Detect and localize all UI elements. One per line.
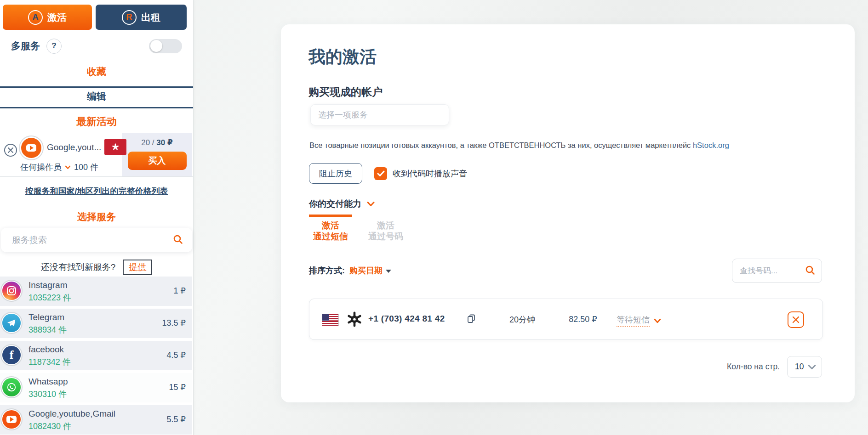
buy-button[interactable]: 买入 [128, 152, 187, 170]
search-icon[interactable] [805, 265, 815, 277]
sort-label: 排序方式: [309, 265, 345, 276]
service-price: 13.5 ₽ [162, 318, 186, 328]
service-name: Instagram [29, 280, 67, 290]
service-name: Google,youtube,Gmail [29, 409, 115, 419]
chevron-down-icon [808, 364, 816, 370]
youtube-icon [2, 410, 21, 429]
block-history-button[interactable]: 阻止历史 [309, 163, 362, 184]
tab-activation-by-number[interactable]: 激活 通过号码 [364, 215, 407, 242]
sort-row: 排序方式: 购买日期 [309, 265, 391, 276]
service-row-instagram[interactable]: Instagram 1035223 件 1 ₽ [0, 277, 192, 306]
activation-type-tabs: 激活 通过短信 激活 通过号码 [309, 215, 407, 242]
not-found-text: 还没有找到新服务? [41, 261, 116, 273]
youtube-icon [21, 138, 41, 158]
favorite-service-name[interactable]: Google,yout... [47, 142, 101, 153]
hong-kong-flag-icon [104, 139, 126, 157]
activation-logo-icon: A [28, 10, 43, 25]
openai-icon [346, 311, 363, 329]
remove-favorite-icon[interactable] [4, 143, 17, 159]
telegram-icon [2, 314, 21, 332]
toggle-knob [150, 40, 162, 52]
service-count: 1035223 件 [29, 292, 71, 303]
chevron-down-icon [65, 165, 71, 169]
search-icon[interactable] [173, 234, 183, 246]
copy-icon[interactable] [467, 314, 476, 326]
service-price: 1 ₽ [174, 286, 186, 296]
favorite-quantity: 100 件 [74, 162, 98, 173]
cancel-activation-button[interactable] [788, 311, 804, 328]
service-row-google[interactable]: Google,youtube,Gmail 1082430 件 5.5 ₽ [0, 405, 192, 435]
per-page-row: Кол-во на стр. 10 [281, 356, 822, 378]
service-row-whatsapp[interactable]: Whatsapp 330310 件 15 ₽ [0, 373, 192, 402]
service-row-telegram[interactable]: Telegram 388934 件 13.5 ₽ [0, 309, 192, 338]
page-title: 我的激活 [308, 45, 377, 68]
buy-accounts-heading: 购买现成的帐户 [308, 85, 383, 99]
delivery-ability-label: 你的交付能力 [309, 198, 361, 210]
phone-number: +1 (703) 424 81 42 [368, 314, 445, 324]
tab-activation-by-sms[interactable]: 激活 通过短信 [309, 215, 352, 242]
operator-dropdown[interactable]: 任何操作员 100 件 [20, 162, 98, 173]
service-count: 388934 件 [29, 324, 67, 335]
instagram-icon [2, 282, 21, 300]
activation-price: 82.50 ₽ [560, 314, 606, 324]
service-row-facebook[interactable]: f facebook 1187342 件 4.5 ₽ [0, 341, 192, 370]
sidebar: A 激活 R 出租 多服务 ? 收藏 编辑 最新活动 20 / 30 ₽ 买入 … [0, 0, 193, 435]
service-search-input[interactable] [1, 235, 173, 245]
facebook-icon: f [2, 346, 21, 364]
per-page-label: Кол-во на стр. [727, 362, 780, 372]
marketplace-note: Все товарные позиции готовых аккаунтов, … [309, 141, 729, 150]
find-number-input[interactable] [732, 266, 805, 276]
service-count: 330310 件 [29, 389, 67, 400]
multiservice-toggle[interactable] [149, 39, 182, 53]
checkbox-checked-icon[interactable] [374, 167, 387, 180]
sound-checkbox-row[interactable]: 收到代码时播放声音 [374, 167, 467, 180]
chevron-down-icon [367, 201, 375, 207]
service-count: 1187342 件 [29, 356, 71, 367]
full-price-list-link[interactable]: 按服务和国家/地区列出的完整价格列表 [0, 186, 193, 197]
sort-dropdown[interactable]: 购买日期 [349, 265, 391, 276]
favorite-price: 20 / 30 ₽ [122, 138, 192, 147]
status-label: 等待短信 [617, 314, 650, 327]
find-number-box [732, 259, 822, 283]
hstock-link[interactable]: hStock.org [693, 141, 729, 149]
service-price: 15 ₽ [169, 382, 186, 392]
rent-tab-label: 出租 [141, 11, 160, 24]
service-select-input[interactable] [310, 104, 449, 125]
help-icon[interactable]: ? [46, 39, 62, 54]
sound-checkbox-label: 收到代码时播放声音 [393, 168, 467, 179]
united-states-flag-icon [322, 314, 338, 326]
delivery-ability-dropdown[interactable]: 你的交付能力 [309, 198, 375, 210]
choose-service-heading: 选择服务 [0, 210, 193, 223]
favorite-service-row: 20 / 30 ₽ 买入 Google,yout... 任何操作员 100 件 [0, 132, 193, 177]
time-remaining: 20分钟 [497, 314, 548, 325]
whatsapp-icon [2, 378, 21, 396]
triangle-down-icon [386, 270, 391, 273]
service-name: facebook [29, 345, 64, 355]
favorite-price-cell: 20 / 30 ₽ 买入 [122, 133, 192, 177]
activation-tab-label: 激活 [47, 11, 67, 24]
service-name: Whatsapp [29, 377, 68, 387]
operator-label: 任何操作员 [20, 162, 62, 173]
my-activations-panel: 我的激活 购买现成的帐户 Все товарные позиции готовы… [281, 24, 855, 402]
status-dropdown[interactable]: 等待短信 [617, 314, 661, 327]
multiservice-row: 多服务 ? [11, 38, 182, 54]
multiservice-label: 多服务 [11, 40, 40, 52]
not-found-row: 还没有找到新服务? 提供 [0, 258, 193, 277]
divider [0, 176, 193, 177]
chevron-down-icon [654, 318, 661, 323]
per-page-select[interactable]: 10 [787, 356, 822, 378]
sidebar-tab-favorites[interactable]: 收藏 [0, 65, 193, 88]
offer-service-link[interactable]: 提供 [123, 260, 152, 275]
rent-tab-button[interactable]: R 出租 [96, 5, 187, 30]
service-price: 4.5 ₽ [167, 350, 186, 360]
service-count: 1082430 件 [29, 421, 71, 432]
rent-logo-icon: R [122, 10, 137, 25]
service-price: 5.5 ₽ [167, 414, 186, 424]
sidebar-tab-edit[interactable]: 编辑 [0, 90, 193, 108]
activation-tab-button[interactable]: A 激活 [3, 5, 92, 30]
service-search-box [1, 228, 192, 252]
activation-row: +1 (703) 424 81 42 20分钟 82.50 ₽ 等待短信 [309, 299, 823, 340]
service-name: Telegram [29, 312, 64, 322]
recent-activity-heading: 最新活动 [0, 115, 193, 129]
